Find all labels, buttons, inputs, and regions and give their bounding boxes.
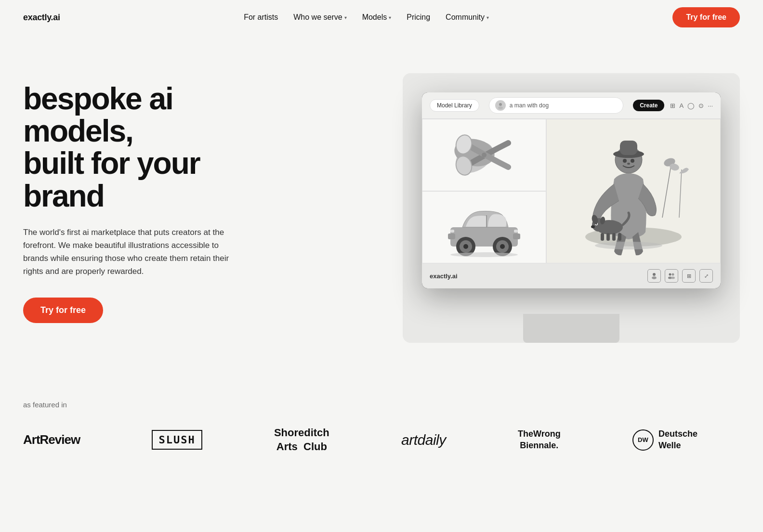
featured-section: as featured in ArtReview SLUSH Shoreditc…: [0, 372, 763, 473]
grid-icon: ⊞: [670, 102, 675, 109]
app-mockup: Model Library a man with dog Create ⊞: [422, 92, 721, 288]
hero-heading: bespoke ai models, built for your brand: [23, 83, 274, 212]
mockup-icon-expand: ⤢: [699, 269, 713, 283]
main-nav: For artists Who we serve ▾ Models ▾ Pric…: [244, 13, 489, 22]
hero-content: bespoke ai models, built for your brand …: [23, 73, 274, 323]
site-logo[interactable]: exactly.ai: [23, 13, 60, 23]
svg-line-10: [679, 169, 682, 218]
chevron-down-icon: ▾: [344, 15, 347, 20]
nav-for-artists[interactable]: For artists: [244, 13, 278, 22]
mockup-image-grid: [422, 119, 721, 263]
mockup-search-area[interactable]: a man with dog: [489, 97, 623, 114]
header: exactly.ai For artists Who we serve ▾ Mo…: [0, 0, 763, 35]
chevron-down-icon: ▾: [389, 15, 391, 20]
more-icon: ···: [708, 102, 713, 109]
nav-who-we-serve[interactable]: Who we serve ▾: [293, 13, 346, 22]
hero-section: bespoke ai models, built for your brand …: [0, 35, 763, 372]
mockup-library-label: Model Library: [430, 99, 479, 112]
mockup-footer-brand: exactly.ai: [430, 272, 458, 280]
svg-point-15: [623, 159, 627, 163]
featured-label: as featured in: [23, 401, 740, 409]
svg-point-39: [500, 244, 505, 249]
mockup-footer-icons: ⊞ ⤢: [647, 269, 713, 283]
svg-rect-26: [606, 233, 610, 241]
text-icon: A: [679, 102, 684, 109]
logo-artreview: ArtReview: [23, 432, 80, 447]
screen-card: Model Library a man with dog Create ⊞: [403, 73, 740, 343]
try-for-free-button-header[interactable]: Try for free: [672, 7, 740, 27]
svg-rect-40: [514, 230, 518, 233]
mockup-cell-person: [546, 119, 721, 263]
mockup-cell-car: [422, 191, 546, 263]
logo-wrongbiennale: TheWrongBiennale.: [518, 428, 561, 451]
nav-community[interactable]: Community ▾: [446, 13, 489, 22]
logo-shoreditch: ShoreditchArts Club: [274, 426, 329, 454]
hero-illustration: Model Library a man with dog Create ⊞: [303, 73, 740, 343]
logo-deutschewelle: DW DeutscheWelle: [632, 428, 697, 451]
svg-point-17: [627, 163, 630, 165]
mockup-cell-scissors: [422, 119, 546, 191]
svg-point-46: [672, 273, 674, 276]
chevron-down-icon: ▾: [487, 15, 489, 20]
svg-point-42: [450, 252, 518, 257]
svg-rect-14: [620, 141, 637, 155]
mockup-toolbar: Model Library a man with dog Create ⊞: [422, 92, 721, 119]
svg-point-45: [669, 273, 671, 276]
mockup-avatar: [495, 100, 506, 111]
svg-point-0: [499, 103, 502, 106]
logo-slush: SLUSH: [152, 430, 202, 450]
mockup-toolbar-icons: ⊞ A ◯ ⊙ ···: [670, 102, 713, 109]
chat-icon: ◯: [687, 102, 695, 109]
dw-logo-circle: DW: [632, 429, 654, 451]
svg-point-44: [652, 276, 657, 279]
svg-point-29: [595, 242, 662, 249]
svg-point-43: [653, 273, 656, 276]
svg-rect-28: [618, 233, 621, 241]
mockup-icon-grid: ⊞: [682, 269, 696, 283]
mockup-create-button[interactable]: Create: [633, 100, 664, 111]
try-for-free-button-hero[interactable]: Try for free: [23, 298, 103, 323]
svg-rect-27: [612, 233, 616, 241]
mockup-search-text: a man with dog: [510, 102, 617, 109]
nav-pricing[interactable]: Pricing: [407, 13, 430, 22]
svg-rect-25: [601, 233, 604, 241]
logo-artdaily: artdaily: [401, 432, 446, 448]
svg-point-6: [482, 153, 487, 157]
screen-stand: [523, 314, 619, 343]
dw-logo-text: DeutscheWelle: [658, 428, 697, 451]
svg-point-36: [463, 244, 468, 249]
svg-point-24: [591, 225, 595, 228]
svg-point-1: [498, 106, 503, 109]
mockup-icon-two-person: [665, 269, 678, 283]
svg-point-16: [631, 159, 634, 163]
svg-rect-41: [450, 230, 454, 233]
featured-logos: ArtReview SLUSH ShoreditchArts Club artd…: [23, 426, 697, 454]
mockup-footer: exactly.ai: [422, 263, 721, 288]
hero-description: The world's first ai marketplace that pu…: [23, 226, 245, 278]
svg-point-48: [671, 277, 675, 279]
settings-icon: ⊙: [698, 102, 704, 109]
nav-models[interactable]: Models ▾: [362, 13, 392, 22]
svg-rect-32: [448, 234, 455, 239]
svg-rect-33: [513, 234, 520, 239]
mockup-icon-person: [647, 269, 661, 283]
